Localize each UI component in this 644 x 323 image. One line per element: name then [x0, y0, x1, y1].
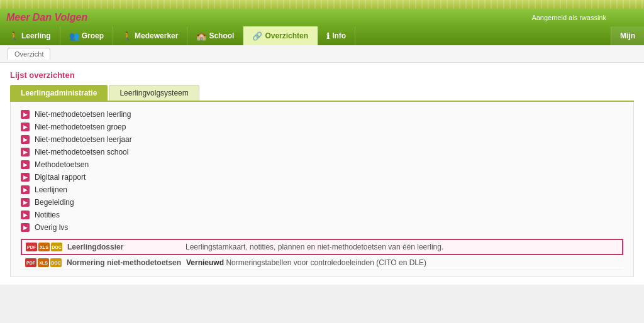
- main-content: Overzicht Lijst overzichten Leerlingadmi…: [0, 45, 644, 285]
- list-item[interactable]: ▶Notities: [21, 209, 623, 221]
- row-icons-normering: PDF XLS DOC: [25, 258, 62, 267]
- data-row-normering[interactable]: PDF XLS DOC Normering niet-methodetoetse…: [21, 255, 623, 270]
- content-area: Lijst overzichten Leerlingadministratie …: [0, 63, 644, 285]
- list-item-label: Niet-methodetoetsen groep: [35, 123, 126, 131]
- nav-mijn[interactable]: Mijn: [611, 26, 644, 45]
- list-item-label: Leerlijnen: [35, 185, 67, 194]
- groep-icon: 👥: [69, 31, 79, 41]
- doc-icon: DOC: [51, 243, 62, 251]
- info-icon: ℹ: [326, 31, 330, 41]
- doc-icon-2: DOC: [50, 258, 62, 267]
- pdf-icon-2: PDF: [25, 258, 36, 267]
- list-item[interactable]: ▶Niet-methodetoetsen leerling: [21, 108, 623, 121]
- nav-info-label: Info: [332, 31, 346, 40]
- row-name-leerlingdossier: Leerlingdossier: [67, 243, 180, 251]
- list-item-bullet-icon: ▶: [21, 135, 30, 144]
- list-item-bullet-icon: ▶: [21, 173, 30, 182]
- list-item-bullet-icon: ▶: [21, 223, 30, 232]
- list-item-bullet-icon: ▶: [21, 148, 30, 156]
- nav-groep[interactable]: 👥 Groep: [60, 26, 113, 45]
- list-item[interactable]: ▶Methodetoetsen: [21, 158, 623, 171]
- titlebar: Meer Dan Volgen Aangemeld als rwassink: [0, 9, 644, 26]
- xls-icon: XLS: [38, 243, 50, 251]
- list-item-label: Methodetoetsen: [35, 160, 89, 169]
- list-item-bullet-icon: ▶: [21, 110, 30, 119]
- medewerker-icon: 🚶: [122, 31, 132, 41]
- navbar: 🚶 Leerling 👥 Groep 🚶 Medewerker 🏫 School…: [0, 26, 644, 45]
- bottom-rows: PDF XLS DOC Leerlingdossier Leerlingstam…: [21, 239, 623, 270]
- breadcrumb-bar: Overzicht: [0, 45, 644, 63]
- leerling-icon: 🚶: [9, 31, 19, 41]
- list-item-label: Digitaal rapport: [35, 173, 86, 182]
- row-desc-leerlingdossier: Leerlingstamkaart, notities, plannen en …: [186, 243, 618, 251]
- list-item-bullet-icon: ▶: [21, 185, 30, 194]
- list-item-label: Begeleiding: [35, 198, 74, 207]
- login-info: Aangemeld als rwassink: [531, 14, 606, 21]
- tab-leerlingadministratie[interactable]: Leerlingadministratie: [10, 85, 108, 101]
- list-item[interactable]: ▶Digitaal rapport: [21, 171, 623, 183]
- tab-leerlingvolgsysteem-label: Leerlingvolgsysteem: [119, 89, 188, 97]
- xls-icon-2: XLS: [38, 258, 49, 267]
- list-item[interactable]: ▶Niet-methodetoetsen groep: [21, 121, 623, 133]
- list-item-label: Niet-methodetoetsen school: [35, 148, 128, 156]
- nav-medewerker-label: Medewerker: [135, 31, 178, 40]
- sub-tabs: Leerlingadministratie Leerlingvolgsystee…: [10, 85, 634, 102]
- data-row-leerlingdossier[interactable]: PDF XLS DOC Leerlingdossier Leerlingstam…: [21, 239, 623, 255]
- breadcrumb-overzicht[interactable]: Overzicht: [8, 48, 50, 60]
- row-name-normering: Normering niet-methodetoetsen: [67, 258, 181, 267]
- nav-school-label: School: [209, 31, 234, 40]
- list-area: ▶Niet-methodetoetsen leerling▶Niet-metho…: [10, 102, 634, 277]
- nav-groep-label: Groep: [82, 31, 104, 40]
- nav-medewerker[interactable]: 🚶 Medewerker: [113, 26, 187, 45]
- list-item-label: Niet-methodetoetsen leerling: [35, 110, 131, 119]
- list-item-bullet-icon: ▶: [21, 123, 30, 131]
- nav-school[interactable]: 🏫 School: [187, 26, 243, 45]
- tab-leerlingadministratie-label: Leerlingadministratie: [21, 89, 97, 97]
- nav-info[interactable]: ℹ Info: [318, 26, 355, 45]
- list-item-label: Overig lvs: [35, 223, 68, 232]
- header-decoration: [0, 0, 644, 9]
- nav-leerling[interactable]: 🚶 Leerling: [0, 26, 60, 45]
- row-desc-normering: Vernieuwd Normeringstabellen voor contro…: [186, 258, 619, 267]
- list-item[interactable]: ▶Leerlijnen: [21, 183, 623, 196]
- list-items: ▶Niet-methodetoetsen leerling▶Niet-metho…: [21, 108, 623, 234]
- list-item-label: Notities: [35, 211, 60, 219]
- app-title: Meer Dan Volgen: [6, 12, 87, 23]
- list-item-label: Niet-methodetoetsen leerjaar: [35, 135, 132, 144]
- row-desc-prefix: Vernieuwd: [186, 258, 224, 267]
- list-title: Lijst overzichten: [10, 70, 634, 80]
- tab-leerlingvolgsysteem[interactable]: Leerlingvolgsysteem: [109, 85, 199, 101]
- list-item[interactable]: ▶Niet-methodetoetsen leerjaar: [21, 133, 623, 146]
- row-icons-leerlingdossier: PDF XLS DOC: [26, 243, 62, 251]
- overzichten-icon: 🔗: [252, 31, 262, 41]
- list-item[interactable]: ▶Niet-methodetoetsen school: [21, 146, 623, 158]
- nav-overzichten[interactable]: 🔗 Overzichten: [243, 26, 318, 45]
- pdf-icon: PDF: [26, 243, 37, 251]
- breadcrumb-label: Overzicht: [14, 50, 43, 58]
- nav-mijn-label: Mijn: [620, 31, 635, 40]
- nav-leerling-label: Leerling: [21, 31, 51, 40]
- row-desc-main: Normeringstabellen voor controledoeleind…: [226, 258, 426, 267]
- list-item-bullet-icon: ▶: [21, 211, 30, 219]
- list-item-bullet-icon: ▶: [21, 160, 30, 169]
- list-item-bullet-icon: ▶: [21, 198, 30, 207]
- list-item[interactable]: ▶Overig lvs: [21, 221, 623, 234]
- list-item[interactable]: ▶Begeleiding: [21, 196, 623, 209]
- nav-overzichten-label: Overzichten: [265, 31, 308, 40]
- school-icon: 🏫: [196, 31, 206, 41]
